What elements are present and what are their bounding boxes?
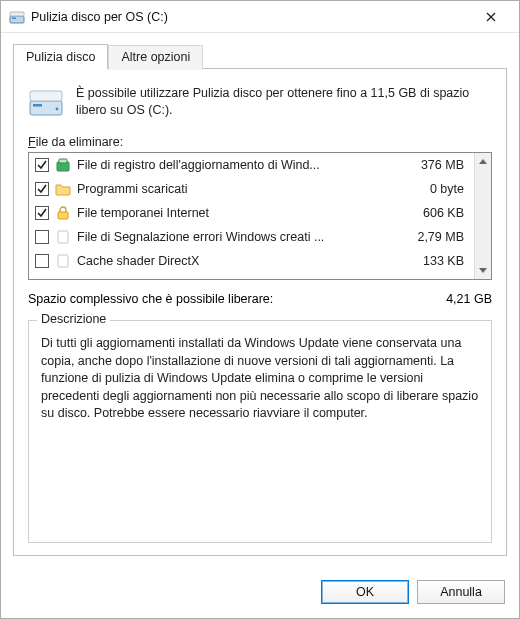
file-name: Programmi scaricati [77,182,392,196]
list-item[interactable]: Cache shader DirectX133 KB [29,249,474,273]
file-type-icon [55,229,71,245]
ok-button[interactable]: OK [321,580,409,604]
file-type-icon [55,253,71,269]
file-grid: File di registro dell'aggiornamento di W… [29,153,474,279]
file-size: 2,79 MB [398,230,468,244]
files-label: File da eliminare: [28,135,492,149]
svg-rect-10 [59,159,67,163]
total-value: 4,21 GB [446,292,492,306]
disk-cleanup-window: Pulizia disco per OS (C:) Pulizia disco … [0,0,520,619]
description-legend: Descrizione [37,312,110,326]
description-group: Descrizione Di tutti gli aggiornamenti i… [28,320,492,543]
svg-rect-1 [10,12,24,16]
tab-strip: Pulizia disco Altre opzioni [13,43,507,69]
checkbox[interactable] [35,206,49,220]
svg-point-8 [56,108,59,111]
file-name: File di Segnalazione errori Windows crea… [77,230,392,244]
list-item[interactable]: File di registro dell'aggiornamento di W… [29,153,474,177]
scrollbar[interactable] [474,153,491,279]
disk-cleanup-icon [9,9,25,25]
file-name: File di registro dell'aggiornamento di W… [77,158,392,172]
total-label: Spazio complessivo che è possibile liber… [28,292,446,306]
file-size: 606 KB [398,206,468,220]
svg-rect-11 [58,212,68,219]
close-button[interactable] [471,2,511,32]
intro-row: È possibile utilizzare Pulizia disco per… [28,85,492,121]
tab-more-options[interactable]: Altre opzioni [108,45,203,70]
tab-panel: È possibile utilizzare Pulizia disco per… [13,69,507,556]
svg-rect-0 [10,16,24,23]
content-area: Pulizia disco Altre opzioni È possibile … [1,33,519,568]
scroll-down-icon[interactable] [475,262,491,279]
svg-rect-12 [58,231,68,243]
file-name: File temporanei Internet [77,206,392,220]
description-text: Di tutti gli aggiornamenti installati da… [41,335,479,423]
svg-rect-13 [58,255,68,267]
file-type-icon [55,181,71,197]
file-type-icon [55,157,71,173]
titlebar: Pulizia disco per OS (C:) [1,1,519,33]
file-name: Cache shader DirectX [77,254,392,268]
file-type-icon [55,205,71,221]
list-item[interactable]: File di Segnalazione errori Windows crea… [29,225,474,249]
svg-rect-7 [33,104,42,107]
file-list: File di registro dell'aggiornamento di W… [28,152,492,280]
total-row: Spazio complessivo che è possibile liber… [28,292,492,306]
svg-rect-2 [12,17,16,19]
scroll-up-icon[interactable] [475,153,491,170]
list-item[interactable]: Programmi scaricati0 byte [29,177,474,201]
button-row: OK Annulla [1,568,519,618]
tab-disk-cleanup[interactable]: Pulizia disco [13,44,108,69]
file-size: 0 byte [398,182,468,196]
svg-rect-6 [30,91,62,101]
list-item[interactable]: File temporanei Internet606 KB [29,201,474,225]
disk-icon [28,85,64,121]
cancel-button[interactable]: Annulla [417,580,505,604]
window-title: Pulizia disco per OS (C:) [31,10,471,24]
file-size: 376 MB [398,158,468,172]
checkbox[interactable] [35,230,49,244]
intro-text: È possibile utilizzare Pulizia disco per… [76,85,492,121]
checkbox[interactable] [35,158,49,172]
file-size: 133 KB [398,254,468,268]
checkbox[interactable] [35,254,49,268]
checkbox[interactable] [35,182,49,196]
